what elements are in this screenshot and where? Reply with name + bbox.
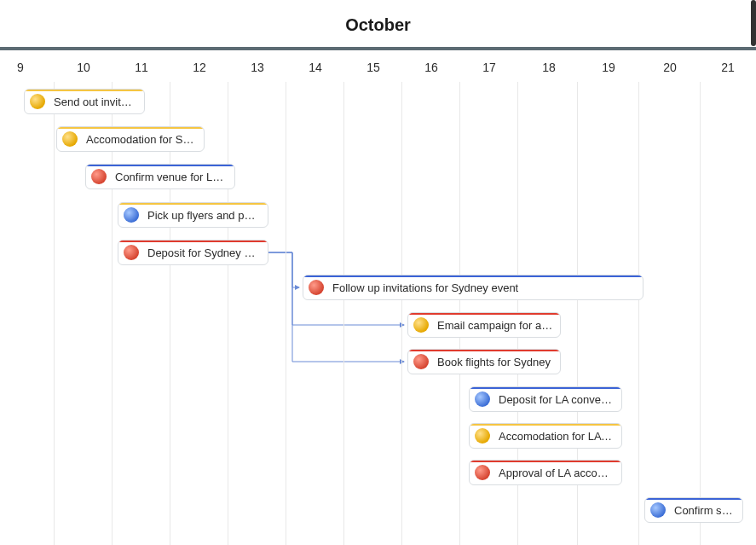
assignee-avatar	[124, 207, 139, 223]
vertical-scrollbar[interactable]	[751, 0, 756, 46]
date-20: 20	[641, 50, 699, 84]
assignee-avatar	[475, 391, 490, 407]
dependency-arrow	[268, 252, 404, 362]
date-10: 10	[55, 50, 113, 84]
task-accent-bar	[469, 460, 622, 462]
task-card[interactable]: Book flights for Sydney	[407, 349, 561, 374]
timeline-header: October	[0, 0, 756, 50]
task-card[interactable]: Send out invitations...	[24, 89, 145, 114]
task-card[interactable]: Deposit for LA convention	[469, 386, 622, 412]
assignee-avatar	[650, 502, 666, 518]
task-card[interactable]: Approval of LA accomo...	[469, 460, 622, 485]
task-label: Deposit for LA convention	[499, 393, 615, 406]
task-accent-bar	[407, 349, 561, 351]
date-14: 14	[286, 50, 344, 84]
date-12: 12	[170, 50, 228, 84]
assignee-avatar	[91, 169, 107, 184]
task-label: Approval of LA accomo...	[499, 467, 615, 479]
task-card[interactable]: Deposit for Sydney Oper..	[118, 240, 268, 265]
task-card[interactable]: Confirm speci...	[644, 497, 743, 523]
date-21: 21	[699, 50, 756, 84]
task-label: Follow up invitations for Sydney event	[332, 281, 518, 294]
assignee-avatar	[413, 317, 429, 333]
gridline	[401, 82, 402, 545]
assignee-avatar	[30, 94, 45, 109]
task-card[interactable]: Pick up flyers and pamph..	[118, 202, 268, 228]
task-card[interactable]: Follow up invitations for Sydney event	[303, 275, 643, 300]
date-16: 16	[402, 50, 460, 84]
task-accent-bar	[24, 89, 145, 91]
dependency-arrow	[268, 252, 299, 287]
gridline	[638, 82, 639, 545]
task-accent-bar	[85, 164, 235, 166]
date-19: 19	[580, 50, 638, 84]
task-accent-bar	[118, 202, 268, 205]
task-accent-bar	[469, 386, 622, 389]
task-card[interactable]: Accomodation for LA con..	[469, 423, 622, 449]
task-label: Send out invitations...	[54, 96, 137, 108]
task-label: Confirm venue for Los An..	[115, 171, 228, 183]
date-13: 13	[228, 50, 286, 84]
task-label: Email campaign for atte..	[437, 319, 553, 332]
task-accent-bar	[644, 497, 743, 500]
task-accent-bar	[303, 275, 643, 277]
task-label: Accomodation for Sydney...	[86, 133, 197, 146]
date-17: 17	[460, 50, 518, 84]
task-card[interactable]: Accomodation for Sydney...	[56, 126, 205, 152]
task-label: Book flights for Sydney	[437, 356, 551, 368]
date-15: 15	[344, 50, 402, 84]
assignee-avatar	[62, 131, 78, 147]
assignee-avatar	[475, 465, 490, 480]
assignee-avatar	[413, 354, 429, 369]
timeline-grid[interactable]: Send out invitations...Accomodation for …	[0, 82, 756, 545]
date-18: 18	[520, 50, 578, 84]
task-label: Accomodation for LA con..	[499, 430, 615, 443]
assignee-avatar	[475, 428, 490, 444]
dates-row: 9101112131415161718192021	[0, 50, 756, 84]
gridline	[700, 82, 701, 545]
assignee-avatar	[124, 245, 139, 260]
task-accent-bar	[118, 240, 268, 242]
task-accent-bar	[407, 312, 561, 315]
gridline	[286, 82, 286, 545]
assignee-avatar	[309, 280, 324, 295]
task-accent-bar	[469, 423, 622, 426]
task-card[interactable]: Confirm venue for Los An..	[85, 164, 235, 189]
month-title: October	[0, 15, 756, 35]
task-label: Pick up flyers and pamph..	[147, 209, 261, 222]
task-label: Deposit for Sydney Oper..	[147, 246, 261, 259]
gridline	[228, 82, 228, 545]
date-11: 11	[113, 50, 170, 84]
task-label: Confirm speci...	[674, 504, 736, 517]
gridline	[54, 82, 55, 545]
date-9: 9	[0, 50, 49, 84]
task-accent-bar	[56, 126, 205, 129]
task-card[interactable]: Email campaign for atte..	[407, 312, 561, 338]
gridline	[343, 82, 344, 545]
